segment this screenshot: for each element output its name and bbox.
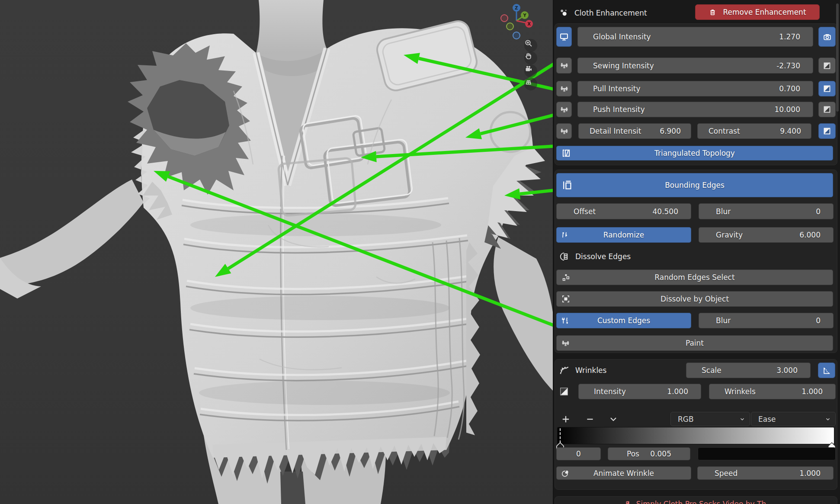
random-edges-select-button[interactable]: Random Edges Select	[556, 270, 833, 285]
intensity-value: 1.000	[667, 387, 701, 396]
push-intensity-label: Push Intensity	[577, 105, 645, 114]
footer-label: Simply Cloth Pro Socks Video by Th	[636, 500, 766, 504]
intensity-label: Intensity	[578, 387, 626, 396]
pull-intensity-slider[interactable]: Pull Intensity 0.700	[577, 81, 813, 96]
randomize-button[interactable]: Randomize	[556, 227, 691, 243]
camera-view-icon[interactable]	[524, 64, 537, 77]
gizmo-y-neg-axis[interactable]	[507, 23, 513, 30]
wrinkles-icon	[559, 365, 570, 376]
pull-intensity-value: 0.700	[779, 84, 813, 93]
color-ramp-gradient[interactable]	[558, 427, 834, 444]
tweak-icon-button[interactable]	[556, 102, 572, 117]
push-intensity-slider[interactable]: Push Intensity 10.000	[577, 102, 813, 117]
gravity-label: Gravity	[699, 231, 743, 239]
wrinkels-slider[interactable]: Wrinkels 1.000	[709, 384, 836, 399]
global-intensity-value: 1.270	[779, 32, 813, 41]
wrinkle-scale-slider[interactable]: Scale 3.000	[686, 363, 811, 378]
remove-stop-icon[interactable]	[585, 414, 595, 424]
curve-icon	[822, 366, 831, 375]
ramp-interpolation-select[interactable]: Ease	[751, 412, 836, 426]
paint-button[interactable]: Paint	[556, 335, 833, 351]
random-edges-select-label: Random Edges Select	[654, 273, 734, 282]
object-brackets-icon	[561, 294, 571, 304]
trash-icon	[709, 8, 717, 16]
gravity-slider[interactable]: Gravity 6.000	[699, 227, 834, 243]
sewing-intensity-slider[interactable]: Sewing Intensity -2.730	[577, 58, 813, 74]
gizmo-z-neg-axis[interactable]	[513, 32, 520, 39]
tweak-icon-button[interactable]	[556, 81, 572, 96]
detail-mask-button[interactable]	[818, 123, 836, 139]
row-intensity-wrinkels: Intensity 1.000 Wrinkels 1.000	[556, 384, 836, 399]
add-stop-icon[interactable]	[561, 414, 571, 424]
custom-edges-button[interactable]: Custom Edges	[556, 313, 691, 328]
custom-blur-slider[interactable]: Blur 0	[699, 313, 834, 328]
speed-value: 1.000	[799, 469, 834, 478]
footer-row[interactable]: Simply Cloth Pro Socks Video by Th	[554, 498, 837, 504]
split-square-icon	[559, 386, 569, 397]
push-mask-button[interactable]	[818, 102, 836, 117]
animate-wrinkle-label: Animate Wrinkle	[593, 469, 654, 478]
stop-color-swatch[interactable]	[698, 447, 836, 460]
remove-enhancement-button[interactable]: Remove Enhancement	[695, 4, 820, 20]
speed-slider[interactable]: Speed 1.000	[697, 466, 834, 480]
pos-value: 0.005	[650, 449, 671, 458]
global-intensity-slider[interactable]: Global Intensity 1.270	[577, 27, 813, 47]
snapshot-button[interactable]	[818, 27, 836, 47]
sliders-icon	[560, 127, 569, 136]
stop-index-field[interactable]: 0	[556, 447, 601, 460]
tweak-icon-button[interactable]	[556, 58, 572, 74]
falloff-curve-button[interactable]	[818, 363, 835, 378]
dissolve-edges-icon	[560, 251, 570, 262]
contrast-slider[interactable]: Contrast 9.400	[697, 123, 811, 139]
sewing-mask-button[interactable]	[818, 58, 836, 74]
randomize-icon	[561, 231, 569, 239]
gizmo-x-neg-axis[interactable]	[501, 15, 508, 22]
animate-wrinkle-button[interactable]: Animate Wrinkle	[556, 466, 691, 480]
display-mode-button[interactable]	[556, 27, 572, 47]
pos-label: Pos	[627, 449, 639, 458]
hand-icon[interactable]	[524, 51, 537, 64]
bounding-blur-slider[interactable]: Blur 0	[699, 203, 834, 219]
panel-scrollbar[interactable]	[836, 3, 839, 112]
color-ramp-controls: RGB Ease	[556, 412, 836, 426]
sliders-icon	[560, 105, 569, 114]
particles-icon	[559, 8, 569, 18]
wrinkle-mask-icon[interactable]	[556, 384, 572, 399]
contrast-value: 9.400	[780, 127, 811, 135]
3d-viewport[interactable]: Z Y X	[0, 0, 554, 504]
pull-intensity-label: Pull Intensity	[577, 84, 641, 93]
contrast-label: Contrast	[697, 127, 740, 135]
brush-edges-icon	[561, 316, 570, 325]
ramp-mode-select[interactable]: RGB	[670, 412, 750, 426]
row-push-intensity: Push Intensity 10.000	[556, 102, 836, 117]
split-square-icon	[823, 84, 831, 93]
paint-label: Paint	[686, 339, 704, 347]
grid-icon[interactable]	[524, 77, 537, 90]
stop-position-field[interactable]: Pos 0.005	[608, 447, 690, 460]
row-sewing-intensity: Sewing Intensity -2.730	[556, 58, 836, 74]
wrinkels-label: Wrinkels	[709, 387, 756, 396]
tweak-icon-button[interactable]	[556, 123, 572, 139]
blur-value: 0	[816, 207, 834, 216]
offset-slider[interactable]: Offset 40.500	[556, 203, 691, 219]
split-square-icon	[823, 127, 831, 135]
dissolve-by-object-button[interactable]: Dissolve by Object	[556, 291, 833, 307]
dissolve-edges-header: Dissolve Edges	[560, 250, 631, 263]
detail-intensity-slider[interactable]: Detail Intensit 6.900	[578, 123, 691, 139]
camera-icon	[823, 32, 832, 42]
split-square-icon	[823, 61, 831, 70]
zoom-icon[interactable]	[524, 39, 537, 52]
blur-label: Blur	[699, 316, 731, 325]
panel-header: Cloth Enhancement	[559, 6, 647, 20]
ramp-specials-icon[interactable]	[608, 414, 619, 424]
row-ramp-stop: 0 Pos 0.005	[556, 447, 836, 460]
triangulated-topology-button[interactable]: Triangulated Topology	[556, 146, 833, 161]
dissolve-edges-label: Dissolve Edges	[575, 252, 631, 261]
cloth-enhancement-panel: Cloth Enhancement Remove Enhancement	[553, 0, 840, 504]
triangulated-topology-label: Triangulated Topology	[654, 149, 735, 157]
wrinkle-intensity-slider[interactable]: Intensity 1.000	[578, 384, 701, 399]
chevron-down-icon	[825, 416, 835, 422]
pull-mask-button[interactable]	[818, 81, 836, 96]
bounding-edges-button[interactable]: Bounding Edges	[556, 173, 833, 197]
navigation-gizmo[interactable]: Z Y X	[500, 3, 535, 42]
